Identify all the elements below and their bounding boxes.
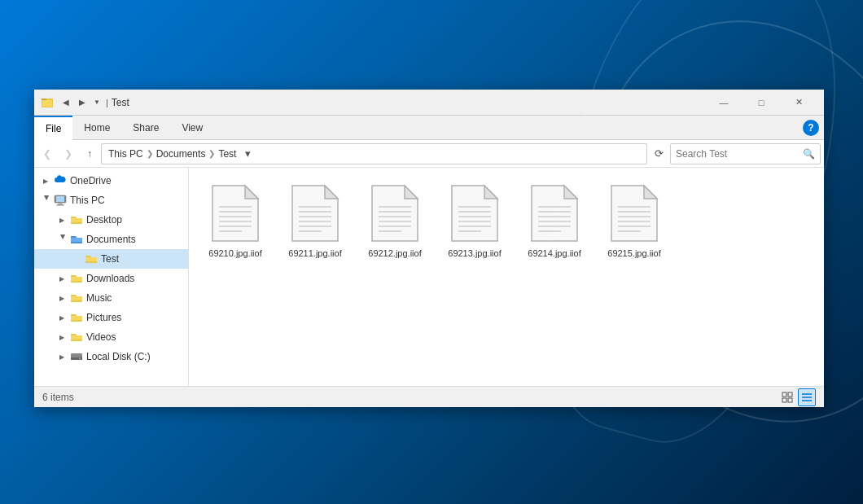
sidebar-item-thispc[interactable]: ▶ This PC <box>34 191 188 210</box>
sidebar-label-documents: Documents <box>86 234 136 245</box>
svg-rect-7 <box>56 205 64 206</box>
minimize-button[interactable]: — <box>705 90 743 116</box>
folder-downloads-icon <box>70 272 83 285</box>
folder-music-icon <box>70 291 83 305</box>
expander-onedrive: ▶ <box>41 176 50 186</box>
search-input[interactable] <box>676 148 799 160</box>
status-count: 6 items <box>42 392 74 403</box>
file-item-0[interactable]: 69210.jpg.iiof <box>199 177 272 262</box>
address-dropdown[interactable]: ▾ <box>239 143 256 164</box>
quick-access-buttons: ◀ ▶ ▼ <box>59 95 103 110</box>
expander-music: ▶ <box>57 293 67 303</box>
sidebar-label-videos: Videos <box>86 331 116 343</box>
files-grid: 69210.jpg.iiof <box>195 174 817 265</box>
folder-desktop-icon <box>70 213 83 226</box>
path-test[interactable]: Test <box>218 148 236 160</box>
sidebar-item-videos[interactable]: ▶ Videos <box>34 327 188 347</box>
svg-rect-48 <box>788 392 792 397</box>
back-button[interactable]: ❮ <box>37 144 57 164</box>
quick-access-back[interactable]: ◀ <box>59 95 73 110</box>
sidebar-label-localdisk: Local Disk (C:) <box>86 351 151 362</box>
svg-rect-49 <box>782 398 786 402</box>
path-thispc[interactable]: This PC <box>108 148 143 160</box>
file-name-0: 69210.jpg.iiof <box>208 248 261 259</box>
sidebar-item-test[interactable]: ▶ Test <box>34 249 188 269</box>
status-bar: 6 items <box>34 386 824 407</box>
expander-thispc: ▶ <box>41 195 50 205</box>
view-buttons <box>778 388 816 406</box>
tab-share[interactable]: Share <box>121 116 170 140</box>
path-documents[interactable]: Documents <box>156 148 206 160</box>
window-icon <box>41 96 54 109</box>
sidebar-label-thispc: This PC <box>70 195 105 206</box>
ribbon-tabs: File Home Share View ? <box>34 116 824 140</box>
expander-pictures: ▶ <box>57 313 67 322</box>
svg-point-10 <box>79 358 81 360</box>
file-icon-2 <box>369 184 421 243</box>
refresh-button[interactable]: ⟳ <box>649 144 668 164</box>
sidebar-label-downloads: Downloads <box>86 273 134 284</box>
file-name-2: 69212.jpg.iiof <box>368 248 421 259</box>
file-icon-3 <box>449 184 501 243</box>
path-sep-1: ❯ <box>147 149 153 158</box>
drive-icon <box>70 350 83 363</box>
file-icon-5 <box>608 184 660 243</box>
file-item-3[interactable]: 69213.jpg.iiof <box>438 177 511 262</box>
expander-localdisk: ▶ <box>57 352 67 362</box>
list-view-button[interactable] <box>798 388 816 406</box>
expander-videos: ▶ <box>57 332 67 342</box>
folder-documents-icon <box>70 233 83 246</box>
path-sep-2: ❯ <box>208 149 215 158</box>
svg-rect-2 <box>42 100 52 107</box>
sidebar-item-onedrive[interactable]: ▶ OneDrive <box>34 171 188 191</box>
folder-videos-icon <box>70 331 83 344</box>
tab-view[interactable]: View <box>170 116 214 140</box>
file-name-1: 69211.jpg.iiof <box>288 248 341 259</box>
cloud-icon <box>54 174 67 187</box>
titlebar: ◀ ▶ ▼ | Test — □ ✕ <box>34 90 824 116</box>
tab-file[interactable]: File <box>34 116 72 140</box>
sidebar-label-desktop: Desktop <box>86 214 122 226</box>
folder-test-icon <box>85 252 98 265</box>
file-item-4[interactable]: 69214.jpg.iiof <box>518 177 591 262</box>
sidebar-item-documents[interactable]: ▶ Documents <box>34 230 188 249</box>
file-name-5: 69215.jpg.iiof <box>607 248 660 259</box>
forward-button[interactable]: ❯ <box>59 144 78 164</box>
main-area: ▶ OneDrive ▶ This PC ▶ Desktop <box>34 168 824 386</box>
file-item-2[interactable]: 69212.jpg.iiof <box>358 177 432 262</box>
file-item-5[interactable]: 69215.jpg.iiof <box>598 177 671 262</box>
folder-pictures-icon <box>70 311 83 324</box>
up-button[interactable]: ↑ <box>80 144 99 164</box>
file-item-1[interactable]: 69211.jpg.iiof <box>278 177 352 262</box>
tab-home[interactable]: Home <box>72 116 121 140</box>
window-title: Test <box>112 97 705 108</box>
sidebar-label-test: Test <box>101 253 119 265</box>
file-name-4: 69214.jpg.iiof <box>528 248 580 259</box>
sidebar-label-onedrive: OneDrive <box>70 175 112 186</box>
svg-rect-6 <box>58 204 63 205</box>
sidebar-item-music[interactable]: ▶ Music <box>34 288 188 308</box>
file-name-3: 69213.jpg.iiof <box>448 248 501 259</box>
window-controls: — □ ✕ <box>705 90 817 116</box>
sidebar-item-pictures[interactable]: ▶ Pictures <box>34 308 188 327</box>
sidebar-item-downloads[interactable]: ▶ Downloads <box>34 269 188 288</box>
address-path[interactable]: This PC ❯ Documents ❯ Test ▾ <box>101 143 647 164</box>
expander-downloads: ▶ <box>57 274 67 283</box>
file-icon-1 <box>289 184 341 243</box>
help-button[interactable]: ? <box>803 120 819 136</box>
svg-rect-50 <box>788 398 792 402</box>
sidebar-item-localdisk[interactable]: ▶ Local Disk (C:) <box>34 347 188 366</box>
quick-access-dropdown[interactable]: ▼ <box>91 95 103 110</box>
sidebar-item-desktop[interactable]: ▶ Desktop <box>34 210 188 230</box>
grid-view-button[interactable] <box>778 388 796 406</box>
file-explorer-window: ◀ ▶ ▼ | Test — □ ✕ File Home Share View … <box>34 90 824 407</box>
close-button[interactable]: ✕ <box>780 90 817 116</box>
address-bar: ❮ ❯ ↑ This PC ❯ Documents ❯ Test ▾ ⟳ 🔍 <box>34 140 824 168</box>
search-button[interactable]: 🔍 <box>803 148 815 160</box>
sidebar-label-music: Music <box>86 292 112 304</box>
sidebar: ▶ OneDrive ▶ This PC ▶ Desktop <box>34 168 189 386</box>
file-icon-4 <box>528 184 580 243</box>
maximize-button[interactable]: □ <box>743 90 780 116</box>
expander-desktop: ▶ <box>57 215 67 225</box>
quick-access-forward[interactable]: ▶ <box>75 95 90 110</box>
